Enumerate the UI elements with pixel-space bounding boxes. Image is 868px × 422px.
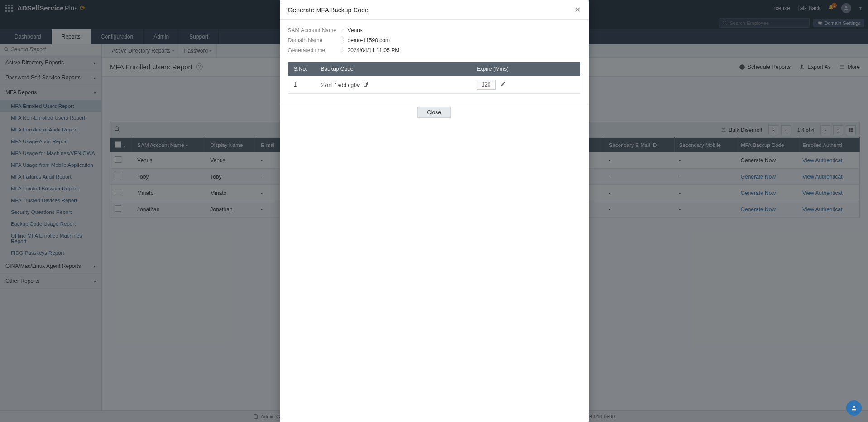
code-sno: 1 [288,78,316,92]
ct-head-sno: S.No. [288,62,316,76]
code-table-head: S.No. Backup Code Expire (Mins) [288,62,580,76]
modal-info-row: Domain Name:demo-11590.com [288,35,580,45]
modal-close-button[interactable]: Close [417,107,451,118]
modal-overlay[interactable]: Generate MFA Backup Code ✕ SAM Account N… [0,0,868,422]
code-expire [471,76,580,93]
modal-info-row: SAM Account Name:Venus [288,25,580,35]
copy-icon[interactable] [363,82,369,87]
modal-info-row: Generated time:2024/04/11 11:05 PM [288,45,580,55]
code-table: S.No. Backup Code Expire (Mins) 127mf 1a… [288,62,580,94]
code-value: 27mf 1add cg0v [316,78,471,92]
modal-header: Generate MFA Backup Code ✕ [280,0,589,20]
chat-fab-icon[interactable] [846,400,862,416]
ct-head-exp: Expire (Mins) [471,62,580,76]
expire-input[interactable] [477,80,496,90]
code-row: 127mf 1add cg0v [288,76,580,93]
modal-footer: Close [280,102,589,122]
modal-title: Generate MFA Backup Code [288,6,369,14]
edit-icon[interactable] [500,81,506,87]
backup-code-modal: Generate MFA Backup Code ✕ SAM Account N… [280,0,589,422]
ct-head-code: Backup Code [316,62,471,76]
modal-close-icon[interactable]: ✕ [575,5,580,14]
